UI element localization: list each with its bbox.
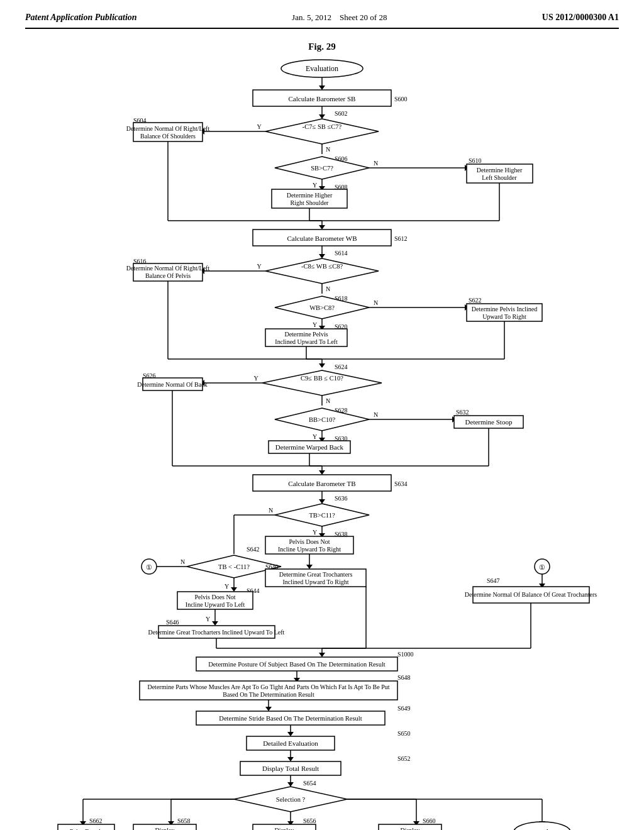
svg-text:S654: S654 [303,780,316,787]
svg-text:Incline Upward To Left: Incline Upward To Left [186,601,245,608]
header-left: Patent Application Publication [25,13,137,23]
svg-text:S634: S634 [394,480,408,487]
svg-marker-155 [306,565,313,569]
header-right: US 2012/0000300 A1 [542,13,619,23]
svg-text:Inclined Upward To Left: Inclined Upward To Left [275,338,338,345]
svg-text:BB>C10?: BB>C10? [309,416,335,423]
svg-text:Balance Of Pelvis: Balance Of Pelvis [145,272,191,279]
svg-text:N: N [374,411,378,418]
svg-text:N: N [326,285,330,292]
svg-text:-C7≤ SB ≤C7?: -C7≤ SB ≤C7? [303,123,342,130]
svg-text:Determine Pelvis: Determine Pelvis [284,331,328,338]
svg-text:Display: Display [155,827,174,830]
svg-marker-148 [231,587,237,592]
svg-text:S632: S632 [456,409,469,416]
svg-text:Selection ?: Selection ? [276,796,306,803]
svg-marker-3 [319,86,325,90]
svg-text:Determine Great Trochanters: Determine Great Trochanters [279,571,353,578]
svg-text:S636: S636 [335,495,348,502]
svg-text:SB>C7?: SB>C7? [311,165,333,172]
svg-text:S647: S647 [487,577,500,584]
svg-text:Determine Normal Of Right/Left: Determine Normal Of Right/Left [126,265,210,272]
svg-text:S622: S622 [469,297,482,304]
svg-text:WB>C8?: WB>C8? [309,304,335,311]
svg-marker-10 [265,119,379,144]
svg-text:Upward To Right: Upward To Right [482,313,526,320]
svg-text:S650: S650 [397,730,411,737]
svg-text:S656: S656 [303,817,316,824]
svg-text:Display: Display [274,827,294,830]
svg-text:Determine Great Trocharters In: Determine Great Trocharters Inclined Upw… [148,629,285,636]
header-center: Jan. 5, 2012 Sheet 20 of 28 [292,13,387,23]
svg-text:Determine Warped Back: Determine Warped Back [275,443,344,451]
svg-text:Determine Higher: Determine Higher [477,167,523,174]
svg-text:Y: Y [206,616,210,622]
svg-text:Y: Y [313,321,317,328]
svg-text:Incline Upward To Right: Incline Upward To Right [278,546,341,553]
svg-text:Pelvis Does Not: Pelvis Does Not [289,538,330,545]
svg-marker-52 [265,258,379,284]
svg-text:Y: Y [253,375,258,382]
svg-text:Balance Of Shoulders: Balance Of Shoulders [140,133,196,140]
svg-text:S646: S646 [166,619,179,626]
svg-marker-121 [319,470,325,475]
svg-text:N: N [374,160,378,167]
svg-text:Left Shoulder: Left Shoulder [482,174,517,181]
svg-text:N: N [180,558,185,565]
svg-text:S614: S614 [335,250,348,257]
svg-text:Detailed Evaluation: Detailed Evaluation [263,739,318,747]
page: Patent Application Publication Jan. 5, 2… [0,0,644,830]
svg-text:Y: Y [313,529,317,536]
svg-text:Determine Normal Of Back: Determine Normal Of Back [137,381,207,388]
svg-text:Determine Normal Of Balance Of: Determine Normal Of Balance Of Great Tro… [465,591,597,598]
svg-marker-8 [319,114,325,119]
svg-text:Determine Parts Whose Muscles : Determine Parts Whose Muscles Are Apt To… [147,683,389,690]
flowchart: Fig. 29 Evaluation Calculate Barometer S… [25,42,619,812]
svg-text:S658: S658 [177,817,191,824]
svg-text:S642: S642 [247,546,260,553]
svg-text:Determine Higher: Determine Higher [287,192,333,199]
flowchart-svg: Evaluation Calculate Barometer SB S600 S… [26,57,618,812]
svg-text:Calculate Barometer TB: Calculate Barometer TB [288,480,355,487]
svg-text:Display Total Result: Display Total Result [262,765,319,772]
svg-text:N: N [326,397,330,404]
svg-marker-191 [265,707,272,711]
page-header: Patent Application Publication Jan. 5, 2… [25,13,619,29]
svg-text:S604: S604 [133,117,147,124]
svg-text:N: N [269,507,273,514]
svg-text:Determine Stoop: Determine Stoop [465,418,513,426]
svg-text:S610: S610 [469,157,482,164]
svg-text:S1000: S1000 [397,651,414,658]
svg-text:N: N [374,299,378,306]
svg-text:Pelvis Does Not: Pelvis Does Not [195,594,236,600]
svg-text:S652: S652 [397,755,411,762]
svg-text:S662: S662 [89,817,103,824]
svg-text:①: ① [146,563,152,571]
svg-text:S649: S649 [397,705,411,712]
svg-text:S648: S648 [397,674,411,681]
svg-text:S612: S612 [394,235,408,242]
svg-marker-45 [319,225,325,230]
svg-marker-201 [287,757,294,761]
svg-marker-196 [287,732,294,736]
svg-text:Calculate Barometer WB: Calculate Barometer WB [287,235,357,242]
svg-text:Determine Pelvis Inclined: Determine Pelvis Inclined [472,306,537,313]
svg-text:C9≤ BB ≤ C10?: C9≤ BB ≤ C10? [301,375,343,382]
svg-marker-180 [319,653,325,657]
svg-text:Determine Stride Based On The : Determine Stride Based On The Determinat… [219,715,362,722]
svg-text:Determine Posture Of Subject B: Determine Posture Of Subject Based On Th… [208,661,386,668]
svg-text:Calculate Barometer SB: Calculate Barometer SB [289,95,356,102]
svg-text:S602: S602 [335,110,348,117]
svg-text:Y: Y [225,583,229,590]
svg-text:TB>C11?: TB>C11? [309,512,335,519]
svg-text:Determine Normal Of Right/Left: Determine Normal Of Right/Left [126,125,210,132]
svg-marker-50 [319,254,325,258]
svg-text:Y: Y [313,433,317,440]
svg-marker-168 [212,621,218,626]
svg-text:S600: S600 [394,96,408,102]
svg-text:S660: S660 [423,817,436,824]
svg-text:TB < -C11?: TB < -C11? [218,563,250,570]
svg-marker-126 [319,499,325,504]
figure-title: Fig. 29 [308,42,335,52]
svg-marker-87 [319,363,325,368]
